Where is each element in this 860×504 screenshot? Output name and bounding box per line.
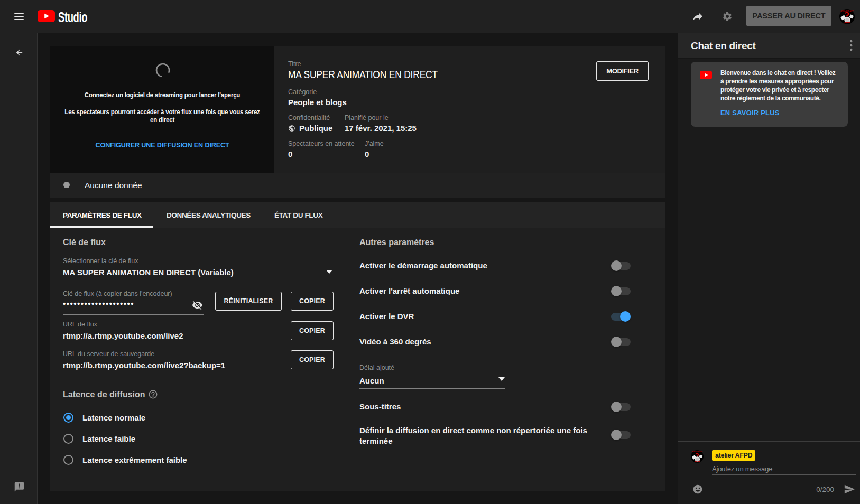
- svg-text:ATELIER AFP: ATELIER AFP: [692, 451, 702, 453]
- svg-text:ATELIER AFP: ATELIER AFP: [840, 10, 854, 12]
